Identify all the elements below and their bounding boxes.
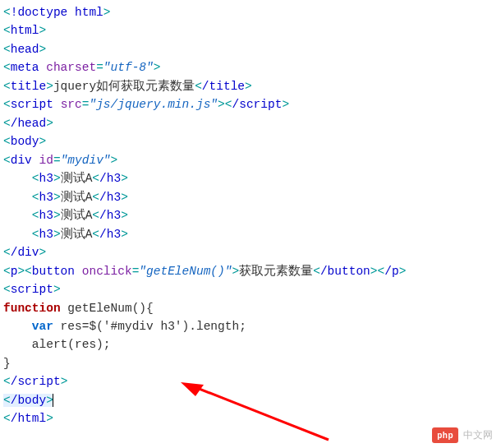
code-line: <!doctype html> [3, 3, 498, 21]
code-line: </div> [3, 243, 498, 261]
val-onclick: "getEleNum()" [139, 265, 232, 278]
tag-h3-close: /h3 [99, 172, 121, 185]
code-line: <html> [3, 21, 498, 39]
tag-div-open: div [11, 154, 32, 167]
val-src: "js/jquery.min.js" [89, 98, 218, 111]
h3-text: 测试A [61, 172, 93, 185]
tag-head-close: /head [11, 117, 47, 130]
tag-h3-close: /h3 [99, 191, 121, 204]
code-line: <p><button onclick="getEleNum()">获取元素数量<… [3, 262, 498, 280]
code-line: function getEleNum(){ [3, 299, 498, 317]
h3-text: 测试A [61, 191, 93, 204]
code-line: <h3>测试A</h3> [3, 169, 498, 187]
code-line: <body> [3, 132, 498, 150]
code-line: } [3, 354, 498, 372]
text-cursor [53, 394, 53, 407]
code-line: </script> [3, 372, 498, 390]
function-name: getEleNum(){ [61, 302, 154, 315]
tag-button-close: /button [320, 265, 370, 278]
keyword-var: var [32, 320, 53, 333]
val-id: "mydiv" [61, 154, 111, 167]
code-line: <meta charset="utf-8"> [3, 58, 498, 76]
title-text: jquery如何获取元素数量 [53, 80, 195, 93]
watermark-text: 中文网 [463, 427, 493, 443]
tag-script-close: /script [11, 375, 61, 388]
tag-script-close: /script [232, 98, 282, 111]
code-line: <script src="js/jquery.min.js"></script> [3, 95, 498, 113]
code-line: alert(res); [3, 335, 498, 353]
code-line: <head> [3, 40, 498, 58]
attr-onclick: onclick [82, 265, 132, 278]
code-line: <h3>测试A</h3> [3, 225, 498, 243]
attr-id: id [39, 154, 53, 167]
tag-html-close: /html [11, 412, 47, 425]
val-charset: "utf-8" [103, 61, 154, 74]
tag-div-close: /div [11, 246, 39, 259]
keyword-function: function [3, 302, 61, 315]
doctype: !doctype html [11, 6, 103, 19]
code-line: <h3>测试A</h3> [3, 206, 498, 224]
tag-title-close: /title [202, 80, 245, 93]
tag-h3-close: /h3 [99, 209, 121, 222]
tag-meta: meta [11, 61, 39, 74]
code-line: <title>jquery如何获取元素数量</title> [3, 77, 498, 95]
code-line: var res=$('#mydiv h3').length; [3, 317, 498, 335]
tag-h3-open: h3 [39, 191, 53, 204]
code-line: <div id="mydiv"> [3, 151, 498, 169]
tag-html-open: html [11, 24, 39, 37]
code-line: </head> [3, 114, 498, 132]
tag-h3-close: /h3 [99, 228, 121, 241]
h3-text: 测试A [61, 209, 93, 222]
watermark-badge: php [432, 427, 458, 444]
tag-h3-open: h3 [39, 172, 53, 185]
tag-h3-open: h3 [39, 228, 53, 241]
tag-head-open: head [11, 43, 39, 56]
code-line: <h3>测试A</h3> [3, 188, 498, 206]
tag-title-open: title [11, 80, 47, 93]
h3-text: 测试A [61, 228, 93, 241]
tag-h3-open: h3 [39, 209, 53, 222]
tag-script-open: script [11, 283, 53, 296]
code-line: <script> [3, 280, 498, 298]
code-line-active: </body> [3, 391, 498, 409]
attr-src: src [61, 98, 82, 111]
attr-charset: charset [46, 61, 96, 74]
tag-script-open: script [11, 98, 53, 111]
tag-body-close: /body [11, 394, 47, 407]
watermark: php 中文网 [432, 427, 493, 444]
var-assignment: res=$('#mydiv h3').length; [53, 320, 246, 333]
code-line: </html> [3, 409, 498, 427]
tag-p-close: /p [384, 265, 398, 278]
button-text: 获取元素数量 [239, 265, 313, 278]
tag-button-open: button [32, 265, 75, 278]
tag-body-open: body [11, 135, 39, 148]
